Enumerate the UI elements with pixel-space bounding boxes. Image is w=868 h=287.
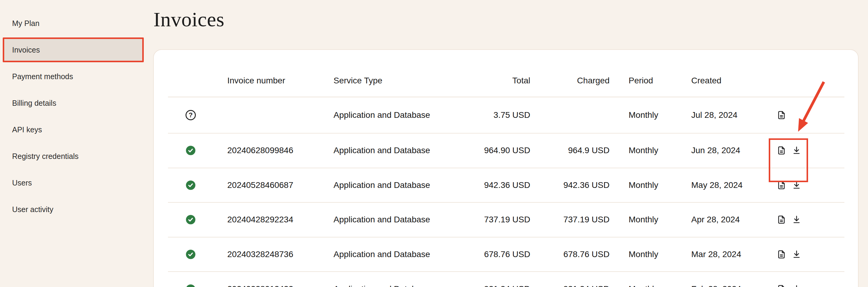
invoices-card: Invoice number Service Type Total Charge… — [153, 49, 859, 287]
service-type-cell: Application and Database — [334, 250, 470, 259]
invoice-number-cell: 20240428292234 — [213, 215, 334, 224]
status-paid-icon — [186, 215, 196, 225]
created-cell: May 28, 2024 — [691, 180, 777, 190]
actions-cell — [777, 284, 845, 287]
sidebar-item-users[interactable]: Users — [3, 170, 144, 195]
status-paid-icon — [186, 249, 196, 259]
view-invoice-button[interactable] — [777, 284, 786, 287]
invoice-number-cell: 20240228012422 — [213, 284, 334, 287]
download-icon — [792, 250, 801, 259]
sidebar-nav: My Plan Invoices Payment methods Billing… — [3, 11, 144, 223]
download-invoice-button[interactable] — [792, 215, 801, 224]
sidebar-item-my-plan[interactable]: My Plan — [3, 11, 144, 36]
status-cell: ? — [168, 145, 213, 155]
total-cell: 942.36 USD — [470, 180, 530, 190]
status-cell: ? — [168, 284, 213, 287]
status-unknown-icon[interactable]: ? — [186, 110, 196, 120]
charged-cell: 678.76 USD — [530, 250, 610, 259]
service-type-cell: Application and Database — [334, 215, 470, 224]
download-icon — [792, 146, 801, 155]
invoice-file-icon — [777, 250, 786, 259]
invoice-number-cell: 20240528460687 — [213, 180, 334, 190]
invoices-table: Invoice number Service Type Total Charge… — [168, 50, 844, 287]
actions-cell — [777, 146, 845, 155]
sidebar-item-label: Invoices — [12, 46, 40, 55]
service-type-cell: Application and Database — [334, 180, 470, 190]
sidebar-item-payment-methods[interactable]: Payment methods — [3, 64, 144, 89]
download-invoice-button[interactable] — [792, 250, 801, 259]
view-invoice-button[interactable] — [777, 110, 786, 120]
total-header: Total — [470, 76, 530, 85]
table-row: ? 20240428292234 Application and Databas… — [168, 203, 844, 238]
page-title: Invoices — [153, 9, 224, 30]
period-cell: Monthly — [610, 215, 691, 224]
sidebar-item-api-keys[interactable]: API keys — [3, 117, 144, 142]
sidebar-item-label: My Plan — [12, 19, 39, 28]
actions-cell — [777, 110, 845, 120]
charged-cell: 737.19 USD — [530, 215, 610, 224]
created-cell: Apr 28, 2024 — [691, 215, 777, 224]
period-cell: Monthly — [610, 110, 691, 120]
download-icon — [792, 284, 801, 287]
charged-cell: 921.34 USD — [530, 284, 610, 287]
sidebar-item-label: Payment methods — [12, 72, 73, 81]
view-invoice-button[interactable] — [777, 250, 786, 259]
status-cell: ? — [168, 249, 213, 259]
view-invoice-button[interactable] — [777, 215, 786, 224]
sidebar-item-label: User activity — [12, 205, 53, 214]
total-cell: 964.90 USD — [470, 146, 530, 155]
status-paid-icon — [186, 180, 196, 190]
table-row: ? 20240228012422 Application and Databas… — [168, 272, 844, 287]
service-type-cell: Application and Database — [334, 146, 470, 155]
charged-cell: 942.36 USD — [530, 180, 610, 190]
table-row: ? 20240528460687 Application and Databas… — [168, 168, 844, 203]
invoice-file-icon — [777, 146, 786, 155]
sidebar-item-billing-details[interactable]: Billing details — [3, 91, 144, 115]
period-cell: Monthly — [610, 250, 691, 259]
status-paid-icon — [186, 145, 196, 155]
created-cell: Jul 28, 2024 — [691, 110, 777, 120]
period-cell: Monthly — [610, 284, 691, 287]
status-paid-icon — [186, 284, 196, 287]
download-icon — [792, 215, 801, 224]
sidebar-item-label: API keys — [12, 125, 42, 134]
actions-cell — [777, 215, 845, 224]
download-invoice-button[interactable] — [792, 180, 801, 190]
table-row: ? 20240628099846 Application and Databas… — [168, 134, 844, 168]
status-cell: ? — [168, 180, 213, 190]
table-body: ? Application and Database 3.75 USD Mont… — [168, 97, 844, 287]
total-cell: 921.34 USD — [470, 284, 530, 287]
invoice-file-icon — [777, 180, 786, 190]
download-invoice-button[interactable] — [792, 146, 801, 155]
created-cell: Feb 28, 2024 — [691, 284, 777, 287]
sidebar-item-label: Billing details — [12, 99, 56, 108]
sidebar-item-invoices[interactable]: Invoices — [3, 37, 144, 62]
view-invoice-button[interactable] — [777, 146, 786, 155]
invoice-number-cell: 20240328248736 — [213, 250, 334, 259]
invoice-number-cell: 20240628099846 — [213, 146, 334, 155]
charged-header: Charged — [530, 76, 610, 85]
download-icon — [792, 180, 801, 190]
invoice-file-icon — [777, 284, 786, 287]
created-header: Created — [691, 76, 777, 85]
actions-cell — [777, 250, 845, 259]
service-type-cell: Application and Database — [334, 110, 470, 120]
period-header: Period — [610, 76, 691, 85]
service-type-header: Service Type — [334, 76, 470, 85]
created-cell: Mar 28, 2024 — [691, 250, 777, 259]
sidebar-item-user-activity[interactable]: User activity — [3, 197, 144, 222]
view-invoice-button[interactable] — [777, 180, 786, 190]
invoice-number-header: Invoice number — [213, 76, 334, 85]
invoices-page: My Plan Invoices Payment methods Billing… — [0, 0, 868, 287]
total-cell: 678.76 USD — [470, 250, 530, 259]
invoice-file-icon — [777, 215, 786, 224]
sidebar-item-registry-credentials[interactable]: Registry credentials — [3, 144, 144, 169]
total-cell: 3.75 USD — [470, 110, 530, 120]
service-type-cell: Application and Database — [334, 284, 470, 287]
download-invoice-button[interactable] — [792, 284, 801, 287]
charged-cell: 964.9 USD — [530, 146, 610, 155]
invoice-file-icon — [777, 110, 786, 120]
total-cell: 737.19 USD — [470, 215, 530, 224]
actions-cell — [777, 180, 845, 190]
table-row: ? 20240328248736 Application and Databas… — [168, 238, 844, 272]
